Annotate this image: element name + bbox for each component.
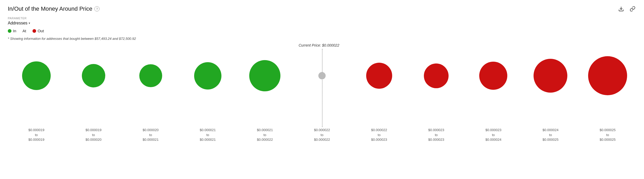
download-icon[interactable] bbox=[617, 5, 625, 12]
parameter-value: Addresses bbox=[8, 21, 28, 25]
title-row: In/Out of the Money Around Price ? bbox=[8, 5, 636, 12]
legend-in-label: In bbox=[13, 29, 16, 33]
bubble-col bbox=[465, 62, 522, 90]
x-label: $0.000024to$0.000025 bbox=[522, 128, 579, 142]
title-left: In/Out of the Money Around Price ? bbox=[8, 5, 100, 12]
bubble-green bbox=[194, 62, 221, 90]
chart-area: Current Price: $0.000022$0.000019to$0.00… bbox=[8, 43, 636, 142]
x-label: $0.000019to$0.000019 bbox=[8, 128, 65, 142]
bubble-col bbox=[293, 72, 351, 79]
legend-at-label: At bbox=[23, 29, 26, 33]
legend-in: In bbox=[8, 29, 16, 33]
bubble-red bbox=[534, 59, 567, 93]
x-label: $0.000022to$0.000022 bbox=[293, 128, 351, 142]
bubble-col bbox=[65, 64, 122, 87]
legend-dot-green bbox=[8, 29, 11, 33]
parameter-select[interactable]: Addresses ▾ bbox=[8, 21, 636, 25]
x-label: $0.000020to$0.000021 bbox=[122, 128, 179, 142]
bubble-col bbox=[179, 62, 236, 90]
x-labels-row: $0.000019to$0.000019$0.000019to$0.000020… bbox=[8, 128, 636, 142]
x-label: $0.000025to$0.000025 bbox=[579, 128, 636, 142]
bubble-col bbox=[522, 59, 579, 93]
bubble-green bbox=[82, 64, 105, 87]
link-icon[interactable] bbox=[629, 5, 636, 12]
current-price-label: Current Price: $0.000022 bbox=[299, 43, 339, 47]
bubble-red bbox=[424, 63, 449, 88]
x-label: $0.000023to$0.000023 bbox=[408, 128, 465, 142]
bubble-col bbox=[236, 60, 293, 91]
chart-note: * Showing information for addresses that… bbox=[8, 37, 636, 41]
parameter-label: PARAMETER bbox=[8, 17, 636, 20]
bubble-col bbox=[408, 63, 465, 88]
bubbles-row bbox=[8, 56, 636, 95]
bubble-col bbox=[579, 56, 636, 95]
title-actions bbox=[617, 5, 636, 12]
bubble-red bbox=[366, 63, 392, 89]
chart-title: In/Out of the Money Around Price bbox=[8, 5, 92, 12]
bubble-green bbox=[22, 61, 51, 90]
x-label: $0.000022to$0.000023 bbox=[351, 128, 408, 142]
bubble-green bbox=[249, 60, 280, 91]
bubble-col bbox=[122, 64, 179, 87]
info-icon[interactable]: ? bbox=[94, 6, 100, 11]
x-label: $0.000021to$0.000022 bbox=[236, 128, 293, 142]
legend: In At Out bbox=[8, 29, 636, 33]
bubble-gray bbox=[318, 72, 326, 79]
x-label: $0.000023to$0.000024 bbox=[465, 128, 522, 142]
bubble-col bbox=[351, 63, 408, 89]
bubble-col bbox=[8, 61, 65, 90]
chevron-down-icon: ▾ bbox=[29, 21, 30, 25]
legend-at: At bbox=[23, 29, 26, 33]
x-label: $0.000021to$0.000021 bbox=[179, 128, 236, 142]
legend-out: Out bbox=[32, 29, 44, 33]
bubble-red bbox=[588, 56, 627, 95]
bubble-green bbox=[139, 64, 162, 87]
legend-out-label: Out bbox=[38, 29, 44, 33]
legend-dot-red bbox=[32, 29, 36, 33]
x-label: $0.000019to$0.000020 bbox=[65, 128, 122, 142]
chart-container: In/Out of the Money Around Price ? PARAM… bbox=[0, 0, 644, 179]
bubble-red bbox=[479, 62, 507, 90]
